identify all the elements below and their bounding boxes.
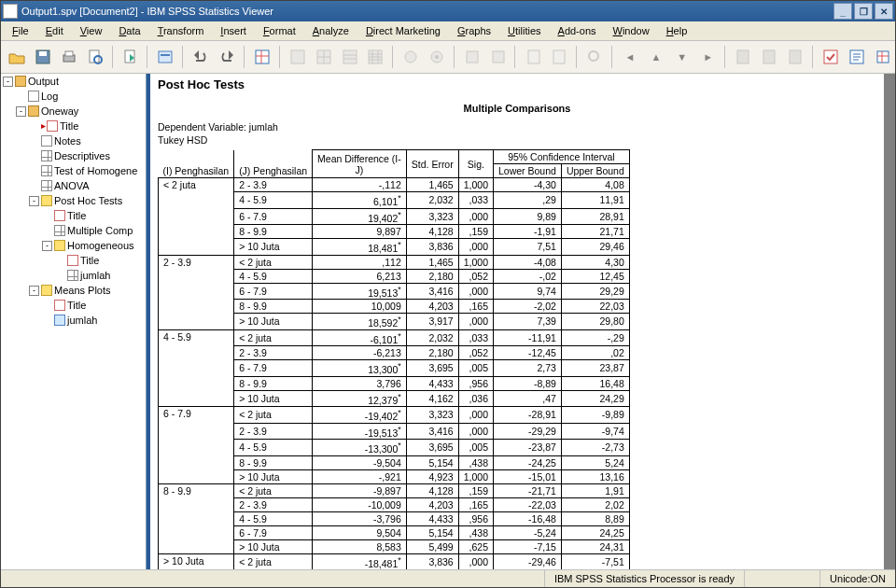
save-button[interactable]	[31, 44, 56, 70]
menu-file[interactable]: File	[5, 23, 36, 38]
outline-item[interactable]: jumlah	[1, 268, 146, 283]
dialog-recall-button[interactable]	[153, 44, 178, 70]
tb-grid4-icon	[363, 44, 388, 70]
svg-rect-18	[493, 51, 504, 63]
designate-window-button[interactable]	[819, 44, 844, 70]
svg-rect-25	[824, 50, 837, 63]
outline-label: Title	[67, 299, 86, 312]
tree-toggle-icon[interactable]: -	[16, 106, 26, 117]
table-row[interactable]: 4 - 5.9< 2 juta-6,101*2,032,033-11,91-,2…	[159, 329, 630, 346]
outline-label: Title	[60, 119, 78, 133]
title-icon	[54, 210, 65, 221]
outline-item[interactable]: Log	[1, 89, 146, 104]
tb-block3-icon	[783, 44, 808, 70]
table-row[interactable]: 2 - 3.9< 2 juta,1121,4651,000-4,084,30	[159, 255, 630, 269]
menu-analyze[interactable]: Analyze	[305, 23, 357, 38]
outline-label: Post Hoc Tests	[54, 194, 122, 207]
menubar[interactable]: FileEditViewDataTransformInsertFormatAna…	[1, 21, 895, 41]
statusbar: IBM SPSS Statistics Processor is ready U…	[1, 569, 895, 587]
tbl-icon	[41, 180, 52, 191]
close-button[interactable]: ✕	[875, 3, 893, 20]
outline-item[interactable]: -Output	[1, 74, 146, 89]
tree-toggle-icon[interactable]: -	[42, 241, 52, 251]
outline-label: ANOVA	[54, 179, 90, 192]
sel-icon	[41, 195, 52, 206]
svg-point-16	[435, 55, 439, 59]
outline-item[interactable]: Title	[1, 298, 146, 313]
svg-rect-12	[343, 50, 357, 63]
tb-doc2-icon	[547, 44, 572, 70]
export-button[interactable]	[118, 44, 143, 70]
tbl-icon	[54, 225, 65, 236]
menu-edit[interactable]: Edit	[38, 23, 71, 38]
new-data-button[interactable]	[870, 44, 895, 70]
tbl-icon	[41, 165, 52, 176]
outline-label: Means Plots	[54, 284, 111, 297]
outline-item[interactable]: ANOVA	[1, 178, 146, 193]
svg-rect-22	[737, 50, 749, 63]
tree-toggle-icon[interactable]: -	[29, 286, 39, 296]
nav-next-icon: ▼	[669, 44, 694, 70]
note-icon	[41, 135, 52, 147]
table-row[interactable]: 6 - 7.9< 2 juta-19,402*3,323,000-28,91-9…	[159, 407, 630, 424]
tb-block2-icon	[757, 44, 782, 70]
redo-button[interactable]	[215, 44, 240, 70]
toolbar: ◄ ▲ ▼ ►	[1, 41, 895, 74]
output-viewer[interactable]: Post Hoc Tests Multiple Comparisons Depe…	[147, 74, 895, 569]
menu-transform[interactable]: Transform	[150, 23, 212, 38]
tree-toggle-icon[interactable]: -	[29, 196, 39, 206]
svg-rect-7	[159, 51, 172, 63]
menu-data[interactable]: Data	[111, 23, 147, 38]
menu-help[interactable]: Help	[659, 23, 695, 38]
menu-add-ons[interactable]: Add-ons	[551, 23, 604, 38]
menu-view[interactable]: View	[73, 23, 110, 38]
outline-item[interactable]: -Oneway	[1, 104, 146, 119]
book-icon	[28, 105, 39, 117]
menu-direct-marketing[interactable]: Direct Marketing	[358, 23, 448, 38]
method-label: Tukey HSD	[158, 134, 876, 146]
outline-item[interactable]: ▸Title	[1, 119, 146, 133]
status-unicode: Unicode:ON	[819, 570, 895, 587]
outline-item[interactable]: Title	[1, 208, 146, 223]
minimize-button[interactable]: _	[833, 3, 852, 20]
menu-graphs[interactable]: Graphs	[450, 23, 498, 38]
table-row[interactable]: > 10 Juta< 2 juta-18,481*3,836,000-29,46…	[159, 553, 630, 569]
status-processor: IBM SPSS Statistics Processor is ready	[544, 570, 744, 587]
open-button[interactable]	[5, 44, 30, 70]
table-row[interactable]: < 2 juta2 - 3.9-,1121,4651,000-4,304,08	[159, 178, 630, 192]
undo-button[interactable]	[189, 44, 214, 70]
menu-insert[interactable]: Insert	[213, 23, 254, 38]
print-preview-button[interactable]	[83, 44, 108, 70]
goto-data-button[interactable]	[250, 44, 275, 70]
outline-item[interactable]: Multiple Comp	[1, 223, 146, 238]
outline-item[interactable]: Title	[1, 253, 146, 268]
svg-rect-19	[528, 50, 539, 63]
outline-item[interactable]: jumlah	[1, 313, 146, 328]
outline-label: Multiple Comp	[67, 224, 133, 237]
outline-item[interactable]: -Means Plots	[1, 283, 146, 298]
titlebar[interactable]: Output1.spv [Document2] - IBM SPSS Stati…	[1, 1, 895, 21]
outline-item[interactable]: -Post Hoc Tests	[1, 193, 146, 208]
outline-tree[interactable]: -OutputLog-Oneway▸TitleNotesDescriptives…	[1, 74, 147, 569]
tree-toggle-icon[interactable]: -	[3, 77, 13, 87]
menu-window[interactable]: Window	[606, 23, 657, 38]
table-row[interactable]: 8 - 9.9< 2 juta-9,8974,128,159-21,711,91	[159, 483, 630, 497]
menu-format[interactable]: Format	[256, 23, 303, 38]
svg-rect-17	[467, 51, 478, 63]
goto-syntax-button[interactable]	[844, 44, 869, 70]
print-button[interactable]	[57, 44, 82, 70]
outline-item[interactable]: -Homogeneous	[1, 238, 146, 253]
menu-utilities[interactable]: Utilities	[500, 23, 548, 38]
tb-doc1-icon	[521, 44, 546, 70]
multiple-comparisons-table[interactable]: (I) Penghasilan(J) PenghasilanMean Diffe…	[158, 149, 630, 569]
title-icon	[54, 300, 65, 311]
outline-label: Output	[28, 75, 59, 88]
outline-item[interactable]: Test of Homogene	[1, 163, 146, 178]
outline-item[interactable]: Notes	[1, 133, 146, 148]
restore-button[interactable]: ❐	[854, 3, 873, 20]
outline-item[interactable]: Descriptives	[1, 148, 146, 163]
tb-grid3-icon	[337, 44, 362, 70]
tb-sel2-icon	[485, 44, 511, 70]
outline-label: jumlah	[67, 314, 97, 327]
nav-first-icon: ◄	[618, 44, 643, 70]
